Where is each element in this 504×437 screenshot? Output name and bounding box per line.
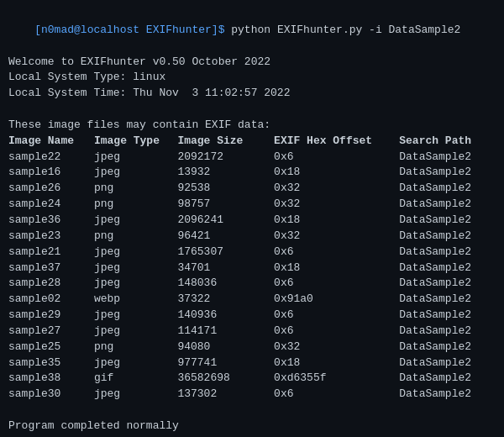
table-cell: DataSample2	[399, 150, 496, 166]
table-cell: sample30	[8, 387, 94, 403]
table-cell: 0x6	[274, 308, 399, 324]
table-cell: DataSample2	[399, 245, 496, 261]
table-cell: 0x6	[274, 276, 399, 292]
table-cell: 92538	[177, 181, 274, 197]
table-cell: sample26	[8, 181, 94, 197]
table-cell: webp	[94, 292, 177, 308]
table-cell: 0x6	[274, 150, 399, 166]
table-cell: DataSample2	[399, 324, 496, 340]
table-row: sample23png964210x32DataSample2	[8, 229, 496, 245]
table-cell: DataSample2	[399, 340, 496, 355]
table-cell: sample35	[8, 355, 94, 371]
system-time-line: Local System Time: Thu Nov 3 11:02:57 20…	[8, 86, 496, 102]
table-cell: 0x18	[274, 213, 399, 229]
table-cell: sample29	[8, 308, 94, 324]
table-cell: sample21	[8, 245, 94, 261]
table-cell: DataSample2	[399, 261, 496, 276]
table-cell: sample28	[8, 276, 94, 292]
table-cell: DataSample2	[399, 229, 496, 245]
table-cell: 37322	[177, 292, 274, 308]
table-cell: 0x91a0	[274, 292, 399, 308]
table-cell: 13932	[177, 165, 274, 181]
table-cell: sample16	[8, 165, 94, 181]
table-cell: DataSample2	[399, 197, 496, 213]
table-cell: jpeg	[94, 308, 177, 324]
col-header-path: Search Path	[399, 134, 496, 150]
table-cell: sample38	[8, 371, 94, 387]
system-type-line: Local System Type: linux	[8, 70, 496, 86]
table-cell: 0x6	[274, 387, 399, 403]
table-cell: png	[94, 229, 177, 245]
table-cell: 0x6	[274, 245, 399, 261]
table-cell: 2096241	[177, 213, 274, 229]
completed-line: Program completed normally	[8, 419, 496, 434]
table-cell: 2092172	[177, 150, 274, 166]
table-row: sample29jpeg1409360x6DataSample2	[8, 308, 496, 324]
table-cell: 0x32	[274, 197, 399, 213]
col-header-name: Image Name	[8, 134, 94, 150]
table-cell: 148036	[177, 276, 274, 292]
table-row: sample38gif365826980xd6355fDataSample2	[8, 371, 496, 387]
table-cell: 0x18	[274, 261, 399, 276]
table-cell: 1765307	[177, 245, 274, 261]
table-cell: DataSample2	[399, 181, 496, 197]
table-row: sample26png925380x32DataSample2	[8, 181, 496, 197]
table-cell: 977741	[177, 355, 274, 371]
col-header-offset: EXIF Hex Offset	[274, 134, 399, 150]
table-cell: 36582698	[177, 371, 274, 387]
table-cell: jpeg	[94, 387, 177, 403]
table-cell: jpeg	[94, 245, 177, 261]
table-cell: DataSample2	[399, 165, 496, 181]
command1: python EXIFhunter.py -i DataSample2	[224, 24, 460, 36]
table-cell: DataSample2	[399, 292, 496, 308]
table-cell: sample27	[8, 324, 94, 340]
table-cell: 0xd6355f	[274, 371, 399, 387]
table-cell: 0x6	[274, 324, 399, 340]
table-row: sample22jpeg20921720x6DataSample2	[8, 150, 496, 166]
table-cell: sample37	[8, 261, 94, 276]
table-cell: png	[94, 340, 177, 355]
table-cell: jpeg	[94, 276, 177, 292]
table-cell: sample02	[8, 292, 94, 308]
table-cell: jpeg	[94, 324, 177, 340]
table-cell: sample36	[8, 213, 94, 229]
table-cell: 96421	[177, 229, 274, 245]
table-row: sample24png987570x32DataSample2	[8, 197, 496, 213]
table-cell: jpeg	[94, 213, 177, 229]
table-row: sample37jpeg347010x18DataSample2	[8, 261, 496, 276]
table-cell: jpeg	[94, 261, 177, 276]
table-cell: sample22	[8, 150, 94, 166]
col-header-type: Image Type	[94, 134, 177, 150]
table-cell: DataSample2	[399, 308, 496, 324]
table-row: sample36jpeg20962410x18DataSample2	[8, 213, 496, 229]
table-row: sample16jpeg139320x18DataSample2	[8, 165, 496, 181]
command-line: [n0mad@localhost EXIFhunter]$ python EXI…	[8, 7, 496, 55]
table-cell: 0x32	[274, 340, 399, 355]
table-cell: 98757	[177, 197, 274, 213]
table-cell: sample25	[8, 340, 94, 355]
table-body: sample22jpeg20921720x6DataSample2sample1…	[8, 150, 496, 403]
table-cell: 140936	[177, 308, 274, 324]
table-row: sample28jpeg1480360x6DataSample2	[8, 276, 496, 292]
table-cell: 0x18	[274, 165, 399, 181]
table-cell: 137302	[177, 387, 274, 403]
table-cell: sample23	[8, 229, 94, 245]
welcome-line: Welcome to EXIFhunter v0.50 October 2022	[8, 55, 496, 71]
table-cell: sample24	[8, 197, 94, 213]
table-cell: DataSample2	[399, 371, 496, 387]
prompt1: [n0mad@localhost EXIFhunter]$	[34, 24, 224, 36]
table-row: sample27jpeg1141710x6DataSample2	[8, 324, 496, 340]
col-header-size: Image Size	[177, 134, 274, 150]
blank1	[8, 102, 496, 118]
table-cell: DataSample2	[399, 276, 496, 292]
table-cell: 0x32	[274, 181, 399, 197]
table-cell: gif	[94, 371, 177, 387]
blank2	[8, 403, 496, 419]
table-row: sample25png940800x32DataSample2	[8, 340, 496, 355]
table-row: sample30jpeg1373020x6DataSample2	[8, 387, 496, 403]
table-cell: 0x18	[274, 355, 399, 371]
table-cell: 34701	[177, 261, 274, 276]
table-row: sample35jpeg9777410x18DataSample2	[8, 355, 496, 371]
table-cell: jpeg	[94, 355, 177, 371]
table-cell: DataSample2	[399, 355, 496, 371]
